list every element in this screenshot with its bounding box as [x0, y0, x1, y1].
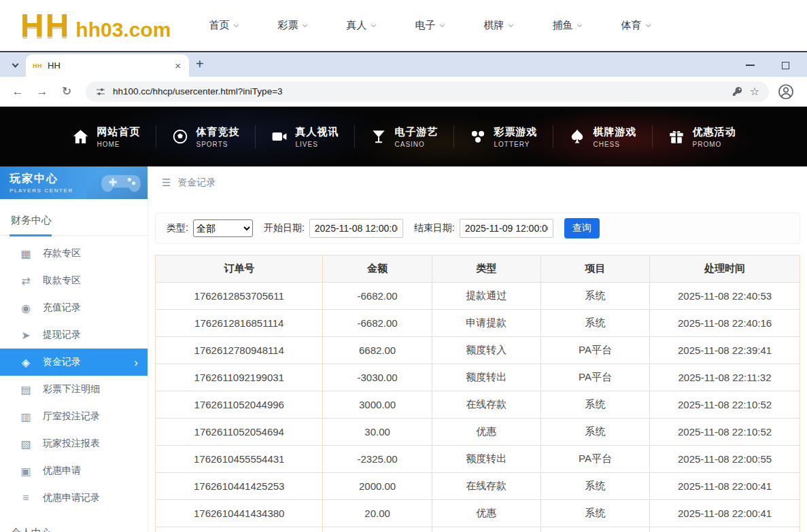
players-center-title: 玩家中心	[10, 172, 73, 186]
tab-search-button[interactable]	[5, 55, 24, 74]
search-button[interactable]: 查询	[564, 218, 600, 238]
main-nav-item[interactable]: 网站首页HOME	[56, 126, 156, 148]
main-nav-item[interactable]: 真人视讯LIVES	[256, 126, 354, 148]
table-cell: -2325.00	[323, 446, 432, 473]
back-icon[interactable]: ←	[7, 81, 29, 103]
main-nav-label-en: HOME	[97, 141, 141, 148]
main-nav-label-en: LOTTERY	[494, 141, 538, 148]
table-cell: 额度转出	[432, 446, 540, 473]
reload-icon[interactable]: ↻	[56, 81, 78, 103]
table-row: 1762612853705611-6682.00提款通过系统2025-11-08…	[156, 283, 800, 310]
table-cell: 1762610441425253	[156, 473, 323, 500]
chevron-down-icon	[303, 22, 307, 26]
table-cell: 系统	[540, 391, 649, 419]
top-nav-item[interactable]: 真人	[346, 19, 375, 32]
table-cell: 6682.00	[323, 337, 432, 364]
table-cell: 系统	[540, 500, 649, 527]
sidebar-item[interactable]: ▤彩票下注明细	[0, 376, 148, 403]
table-cell	[432, 527, 540, 532]
sidebar-item-label: 存款专区	[43, 247, 81, 260]
sidebar-item[interactable]: ▥厅室投注记录	[0, 403, 148, 430]
tab-title: HH	[48, 60, 168, 71]
main-nav-text: 体育竞技SPORTS	[196, 126, 240, 148]
column-header: 处理时间	[650, 255, 800, 283]
site-info-icon[interactable]	[95, 86, 106, 97]
top-nav-item[interactable]: 彩票	[277, 19, 307, 32]
top-nav-label: 电子	[415, 19, 435, 32]
browser-tab[interactable]: HH HH ×	[26, 54, 189, 77]
table-cell: 1762612853705611	[156, 283, 323, 310]
address-bar[interactable]: hh100.cc/hhcp/usercenter.html?iniType=3 …	[86, 82, 769, 102]
sidebar-item[interactable]: ▧玩家投注报表	[0, 430, 148, 457]
table-cell: 2025-11-08 22:00:41	[650, 473, 800, 500]
column-header: 类型	[432, 255, 540, 283]
browser-toolbar: ← → ↻ hh100.cc/hhcp/usercenter.html?iniT…	[0, 77, 807, 107]
top-nav-item[interactable]: 首页	[209, 19, 238, 32]
table-row: 1762612816851114-6682.00申请提款系统2025-11-08…	[156, 310, 800, 337]
table-row: 1762611092199031-3030.00额度转出PA平台2025-11-…	[156, 364, 800, 391]
main-nav-label-cn: 网站首页	[97, 126, 141, 139]
top-nav-label: 首页	[209, 19, 229, 32]
profile-avatar-icon[interactable]	[776, 82, 796, 102]
main-nav-item[interactable]: 优惠活动PROMO	[653, 126, 751, 148]
table-cell: 1762612780948114	[156, 337, 323, 364]
chevron-down-icon	[646, 22, 651, 26]
main-nav-text: 网站首页HOME	[97, 126, 141, 148]
sports-icon	[171, 128, 189, 145]
table-cell: 2025-11-08 22:00:41	[650, 500, 800, 527]
sidebar-item[interactable]: ◈资金记录›	[0, 349, 148, 376]
main-nav-item[interactable]: 棋牌游戏CHESS	[553, 126, 652, 148]
chevron-down-icon	[509, 22, 513, 26]
breadcrumb: ☰ 资金记录	[148, 166, 807, 199]
top-nav-item[interactable]: 捕鱼	[552, 19, 581, 32]
table-cell: 2025-11-08 22:40:16	[650, 310, 800, 337]
table-cell: 30.00	[323, 419, 432, 446]
chevron-down-icon	[371, 22, 376, 26]
start-date-input[interactable]	[309, 219, 403, 238]
window-maximize-button[interactable]	[778, 58, 792, 72]
main-content: ☰ 资金记录 类型: 全部 开始日期: 结束日期: 查询 订单号金额类型项目处理…	[148, 166, 807, 532]
sidebar-item[interactable]: ➤提现记录	[0, 321, 148, 349]
url-text: hh100.cc/hhcp/usercenter.html?iniType=3	[113, 86, 725, 96]
players-center-text: 玩家中心 PLAYERS CENTER	[10, 172, 73, 194]
type-select[interactable]: 全部	[193, 219, 253, 237]
main-nav-item[interactable]: 彩票游戏LOTTERY	[454, 126, 553, 148]
site-header: HH hh03.com 首页彩票真人电子棋牌捕鱼体育	[0, 0, 807, 51]
table-row: 176261044143438020.00优惠系统2025-11-08 22:0…	[156, 500, 800, 527]
top-nav-item[interactable]: 体育	[621, 19, 650, 32]
main-nav-label-en: LIVES	[296, 141, 339, 148]
sidebar-item[interactable]: ▦存款专区	[0, 240, 148, 267]
table-cell: 1762612816851114	[156, 310, 323, 337]
main-site-nav: 网站首页HOME体育竞技SPORTS真人视讯LIVES电子游艺CASINO彩票游…	[0, 107, 807, 166]
forward-icon[interactable]: →	[31, 81, 53, 103]
table-row: 17626104414252532000.00在线存款系统2025-11-08 …	[156, 473, 800, 500]
sidebar-item[interactable]: ≡优惠申请记录	[0, 484, 148, 512]
main-nav-label-cn: 真人视讯	[296, 126, 339, 139]
chevron-down-icon	[234, 22, 239, 26]
bookmark-star-icon[interactable]: ☆	[750, 85, 759, 98]
password-key-icon[interactable]	[732, 86, 743, 97]
hamburger-icon: ☰	[162, 177, 171, 189]
end-date-input[interactable]	[460, 219, 553, 238]
sidebar-item-label: 取款专区	[43, 274, 81, 287]
sidebar-item[interactable]: ⇄取款专区	[0, 267, 148, 294]
new-tab-button[interactable]: +	[196, 56, 204, 72]
table-cell: 2025-11-08 22:10:52	[650, 419, 800, 446]
window-minimize-button[interactable]	[743, 58, 757, 72]
sidebar-item-label: 资金记录	[43, 356, 81, 368]
table-cell: 系统	[540, 283, 649, 310]
sidebar-item[interactable]: ▣优惠申请	[0, 457, 148, 484]
main-nav-item[interactable]: 电子游艺CASINO	[355, 126, 453, 148]
main-nav-text: 棋牌游戏CHESS	[594, 126, 637, 148]
main-nav-label-en: SPORTS	[196, 141, 240, 148]
main-nav-item[interactable]: 体育竞技SPORTS	[156, 126, 255, 148]
sidebar-item[interactable]: ◉充值记录	[0, 294, 148, 321]
top-nav-item[interactable]: 电子	[415, 19, 444, 32]
main-nav-label-cn: 电子游艺	[395, 126, 439, 139]
tab-close-icon[interactable]: ×	[173, 60, 182, 71]
top-nav-item[interactable]: 棋牌	[483, 19, 513, 32]
table-cell: 2000.00	[323, 473, 432, 500]
funds-table: 订单号金额类型项目处理时间 1762612853705611-6682.00提款…	[155, 255, 800, 532]
table-cell: 1762611052054694	[156, 419, 323, 446]
site-logo[interactable]: HH hh03.com	[20, 7, 171, 44]
